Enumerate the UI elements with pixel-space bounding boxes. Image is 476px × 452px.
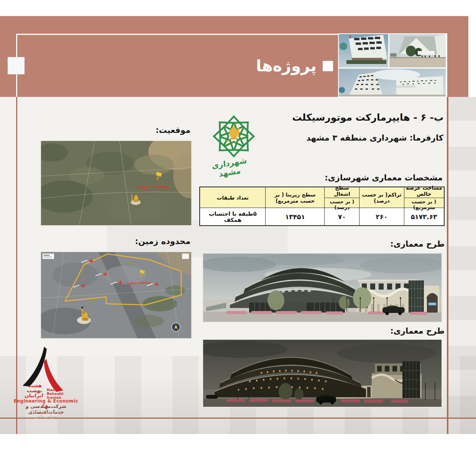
spec-col-floors: تعداد طبقات	[200, 187, 265, 208]
boundary-map: موقعیت پروژه	[40, 251, 192, 339]
location-label: موقعیت:	[156, 126, 190, 135]
page-title: پروژه‌ها	[256, 58, 317, 74]
location-map: موقعیت پروژه	[40, 140, 192, 226]
company-name-fa: هشت بهشت ایرانیان	[21, 383, 48, 398]
specs-label: مشخصات معماری شهرسازی:	[325, 173, 443, 182]
value-net-area: ۵۱۷۳.۶۳	[404, 208, 444, 225]
map-marker-label: موقعیت پروژه	[137, 183, 170, 189]
map-scale-box	[182, 254, 189, 259]
design-label-1: طرح معماری:	[390, 239, 445, 249]
title-square-bullet-icon	[323, 61, 333, 71]
side-line-left	[16, 97, 17, 434]
side-line-right	[447, 97, 448, 434]
value-floor-area: ۱۳۴۵۱	[265, 208, 324, 225]
value-floors: ۵طبقه با احتساب همکف	[200, 208, 265, 225]
spec-col-occupancy: سطح اشغال ( بر حسب درصد)	[324, 187, 359, 208]
corner-square	[8, 57, 25, 74]
table-value-row: ۵۱۷۳.۶۳ ۲۶۰ ۷۰ ۱۳۴۵۱ ۵طبقه با احتساب همک…	[200, 208, 444, 225]
design-label-2: طرح معماری:	[390, 326, 445, 336]
specs-table: مساحت عرصه خالص ( بر حسب مترمربع) تراکم(…	[199, 187, 445, 226]
legend-box	[43, 254, 54, 259]
company-type: سهامی خاص	[11, 414, 80, 418]
spec-col-density: تراکم( بر حسب درصد)	[359, 187, 404, 208]
boundary-marker-label: موقعیت پروژه	[127, 280, 151, 285]
watermark-right-strip	[448, 97, 476, 434]
boundary-label: محدوده زمین:	[135, 237, 190, 246]
company-registration: شماره ثبت ۳۳۳۲۸	[11, 409, 80, 413]
spec-col-floor-area: سطح زیربنا ( بر حسب مترمربع)	[265, 187, 324, 208]
project-title: ب- ۶ - هایپرمارکت موتورسیکلت	[292, 112, 443, 123]
municipality-logo-star-icon	[211, 113, 257, 159]
spec-col-net-area: مساحت عرصه خالص ( بر حسب مترمربع)	[404, 187, 444, 208]
value-density: ۲۶۰	[359, 208, 404, 225]
value-occupancy: ۷۰	[324, 208, 359, 225]
header-title-group: پروژه‌ها	[256, 58, 333, 74]
project-client: کارفرما: شهرداری منطقه ۳ مشهد	[306, 133, 443, 142]
company-name-en: Hasht Behesht Iranian	[47, 388, 64, 400]
collage-image-2	[389, 34, 446, 67]
header-collage	[338, 33, 447, 97]
page: پروژه‌ها	[0, 0, 476, 452]
architectural-render-1	[202, 253, 442, 323]
compass-icon	[172, 323, 180, 331]
collage-image-3	[339, 69, 446, 97]
architectural-render-2	[202, 339, 442, 408]
collage-image-1	[339, 34, 388, 67]
table-header-row: مساحت عرصه خالص ( بر حسب مترمربع) تراکم(…	[200, 187, 444, 208]
